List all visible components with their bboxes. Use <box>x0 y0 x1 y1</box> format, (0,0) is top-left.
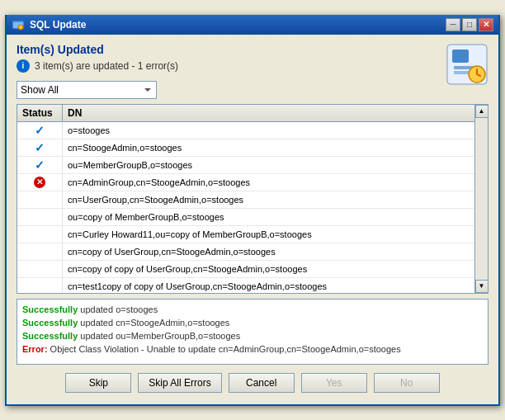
log-entry: Error: Object Class Violation - Unable t… <box>22 342 483 356</box>
scroll-up-arrow[interactable]: ▲ <box>475 105 488 118</box>
table-scrollbar[interactable]: ▲ ▼ <box>474 105 488 293</box>
td-dn: cn=test1copy of copy of UserGroup,cn=Sto… <box>63 280 488 292</box>
skip-button[interactable]: Skip <box>65 373 131 393</box>
td-status <box>17 191 63 208</box>
info-row: i 3 item(s) are updated - 1 error(s) <box>17 59 488 73</box>
close-button[interactable]: ✕ <box>479 18 493 31</box>
check-icon: ✓ <box>35 141 45 154</box>
table-header: Status DN <box>17 105 488 122</box>
table-row: cn=copy of UserGroup,cn=StoogeAdmin,o=st… <box>17 243 488 261</box>
col-header-status: Status <box>17 105 63 121</box>
log-label: Successfully <box>22 331 78 341</box>
skip-all-errors-button[interactable]: Skip All Errors <box>138 373 221 393</box>
check-icon: ✓ <box>35 158 45 172</box>
log-label: Successfully <box>22 318 78 328</box>
col-header-dn: DN <box>63 105 474 121</box>
scroll-track[interactable] <box>475 118 488 280</box>
td-status <box>17 261 63 277</box>
td-dn: cn=Curley Howard11,ou=copy of MemberGrou… <box>63 228 488 241</box>
table-row: ✕cn=AdminGroup,cn=StoogeAdmin,o=stooges <box>17 174 488 191</box>
button-row: Skip Skip All Errors Cancel Yes No <box>17 373 488 398</box>
table-row: cn=Curley Howard11,ou=copy of MemberGrou… <box>17 226 488 243</box>
title-bar-left: SQL Update <box>12 18 86 31</box>
td-dn: o=stooges <box>63 124 488 137</box>
table-row: cn=UserGroup,cn=StoogeAdmin,o=stooges <box>17 191 488 209</box>
info-text: 3 item(s) are updated - 1 error(s) <box>35 60 178 72</box>
error-icon: ✕ <box>34 177 45 188</box>
section-title: Item(s) Updated <box>17 43 488 56</box>
minimize-button[interactable]: ─ <box>446 18 460 31</box>
td-dn: cn=copy of UserGroup,cn=StoogeAdmin,o=st… <box>63 245 488 258</box>
table-row: ✓o=stooges <box>17 122 488 139</box>
title-buttons: ─ □ ✕ <box>446 18 493 31</box>
no-button[interactable]: No <box>374 373 440 393</box>
td-dn: cn=copy of copy of UserGroup,cn=StoogeAd… <box>63 262 488 276</box>
td-dn: cn=AdminGroup,cn=StoogeAdmin,o=stooges <box>63 176 488 189</box>
table-row: ✓cn=StoogeAdmin,o=stooges <box>17 139 488 157</box>
filter-row: Show AllErrors OnlySuccess Only <box>17 81 488 99</box>
table-row: ✓ou=MemberGroupB,o=stooges <box>17 157 488 174</box>
td-status <box>17 243 63 260</box>
td-status <box>17 278 63 292</box>
scroll-down-arrow[interactable]: ▼ <box>475 280 488 293</box>
td-status: ✓ <box>17 139 63 156</box>
check-icon: ✓ <box>35 124 45 137</box>
td-dn: cn=UserGroup,cn=StoogeAdmin,o=stooges <box>63 193 488 206</box>
table-row: cn=copy of copy of UserGroup,cn=StoogeAd… <box>17 261 488 278</box>
table-row: cn=test1copy of copy of UserGroup,cn=Sto… <box>17 278 488 292</box>
td-status <box>17 226 63 243</box>
items-table: Status DN ✓o=stooges✓cn=StoogeAdmin,o=st… <box>17 104 488 294</box>
window-icon <box>12 18 25 31</box>
app-logo <box>446 43 488 86</box>
td-status: ✓ <box>17 122 63 139</box>
log-label: Successfully <box>22 304 78 314</box>
maximize-button[interactable]: □ <box>462 18 477 31</box>
td-status: ✓ <box>17 157 63 173</box>
log-entry: Successfully updated cn=StoogeAdmin,o=st… <box>22 316 483 329</box>
table-row: ou=copy of MemberGroupB,o=stooges <box>17 209 488 226</box>
log-label: Error: <box>22 344 48 354</box>
filter-select[interactable]: Show AllErrors OnlySuccess Only <box>17 81 157 99</box>
svg-rect-4 <box>452 50 469 63</box>
content-area: Item(s) Updated i 3 item(s) are updated … <box>7 35 498 404</box>
td-status <box>17 209 63 225</box>
log-entry: Successfully updated ou=MemberGroupB,o=s… <box>22 329 483 342</box>
log-area: Successfully updated o=stoogesSuccessful… <box>17 299 488 365</box>
log-entry: Successfully updated o=stooges <box>22 303 483 316</box>
window-title: SQL Update <box>30 19 86 31</box>
td-status: ✕ <box>17 174 63 191</box>
title-bar: SQL Update ─ □ ✕ <box>7 15 498 35</box>
logo-area <box>446 43 488 88</box>
td-dn: ou=copy of MemberGroupB,o=stooges <box>63 210 488 224</box>
td-dn: ou=MemberGroupB,o=stooges <box>63 158 488 172</box>
sql-update-window: SQL Update ─ □ ✕ Item(s) Updated <box>5 15 500 406</box>
yes-button[interactable]: Yes <box>301 373 367 393</box>
td-dn: cn=StoogeAdmin,o=stooges <box>63 141 488 154</box>
table-body[interactable]: ✓o=stooges✓cn=StoogeAdmin,o=stooges✓ou=M… <box>17 122 488 292</box>
top-section: Item(s) Updated i 3 item(s) are updated … <box>17 43 488 294</box>
cancel-button[interactable]: Cancel <box>229 373 295 393</box>
info-icon: i <box>17 59 30 73</box>
